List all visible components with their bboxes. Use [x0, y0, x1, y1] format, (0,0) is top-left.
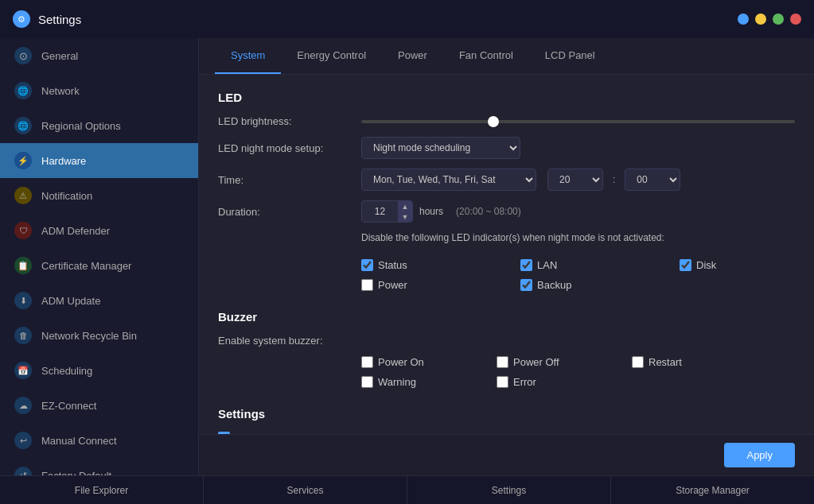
bottom-nav-storage-manager[interactable]: Storage Manager [611, 476, 814, 504]
led-lan-text: LAN [537, 259, 557, 271]
network-recycle-icon: 🗑 [14, 327, 32, 344]
sidebar-item-scheduling[interactable]: 📅 Scheduling [0, 353, 198, 388]
buzzer-error-label[interactable]: Error [497, 376, 624, 388]
minimize-button[interactable] [738, 14, 749, 25]
tab-fan-control[interactable]: Fan Control [443, 38, 529, 74]
time-controls: Mon, Tue, Wed, Thu, Fri, Sat Every Day W… [361, 169, 680, 191]
sidebar-item-notification[interactable]: ⚠ Notification [0, 178, 198, 213]
hours-text: hours [419, 206, 443, 217]
buzzer-restart-label[interactable]: Restart [632, 356, 759, 368]
buzzer-power-on-label[interactable]: Power On [361, 356, 489, 368]
buzzer-power-off-label[interactable]: Power Off [497, 356, 624, 368]
window-controls [738, 14, 801, 25]
sidebar-item-adm-update[interactable]: ⬇ ADM Update [0, 283, 198, 318]
led-power-checkbox[interactable] [361, 279, 373, 291]
led-backup-checkbox[interactable] [520, 279, 532, 291]
night-mode-row: LED night mode setup: Night mode schedul… [218, 137, 795, 159]
led-indicators-grid: Status LAN Disk Power [361, 259, 795, 291]
sidebar-item-certificate[interactable]: 📋 Certificate Manager [0, 248, 198, 283]
hardware-icon: ⚡ [14, 152, 32, 169]
led-backup-text: Backup [537, 279, 571, 291]
content-area: System Energy Control Power Fan Control … [199, 38, 814, 475]
buzzer-error-checkbox[interactable] [497, 376, 508, 388]
led-backup-label[interactable]: Backup [520, 279, 664, 291]
title-bar: ⚙ Settings [0, 0, 814, 38]
led-title: LED [218, 91, 795, 104]
general-icon: ⊙ [14, 47, 32, 64]
led-power-text: Power [378, 279, 407, 291]
close-button[interactable] [790, 14, 801, 25]
certificate-icon: 📋 [14, 257, 32, 274]
tab-system[interactable]: System [215, 38, 281, 74]
apply-button[interactable]: Apply [724, 443, 795, 467]
tab-bar: System Energy Control Power Fan Control … [199, 38, 814, 75]
led-status-checkbox[interactable] [361, 259, 373, 271]
sidebar-label-hardware: Hardware [41, 155, 86, 167]
sidebar-label-network: Network [41, 85, 80, 97]
minute-select[interactable]: 00 15 30 45 [625, 169, 680, 191]
sidebar-label-regional: Regional Options [41, 120, 121, 132]
sidebar-label-network-recycle: Network Recycle Bin [41, 330, 137, 342]
duration-input[interactable] [362, 202, 398, 221]
sidebar-label-factory-default: Factory Default [41, 470, 111, 476]
sidebar-item-hardware[interactable]: ⚡ Hardware [0, 143, 198, 178]
brightness-label: LED brightness: [218, 115, 361, 127]
led-disk-label[interactable]: Disk [680, 259, 814, 271]
buzzer-title: Buzzer [218, 310, 795, 324]
led-disk-text: Disk [696, 259, 716, 271]
main-layout: ⊙ General 🌐 Network 🌐 Regional Options ⚡… [0, 38, 814, 475]
buzzer-warning-checkbox[interactable] [361, 376, 373, 388]
bottom-nav-settings[interactable]: Settings [407, 476, 611, 504]
buzzer-power-on-checkbox[interactable] [361, 356, 373, 368]
hour-select[interactable]: 20 21 22 [547, 169, 603, 191]
buzzer-restart-checkbox[interactable] [632, 356, 644, 368]
tab-lcd-panel[interactable]: LCD Panel [529, 38, 611, 74]
sidebar-item-adm-defender[interactable]: 🛡 ADM Defender [0, 213, 198, 248]
sidebar-item-ez-connect[interactable]: ☁ EZ-Connect [0, 388, 198, 423]
tab-power[interactable]: Power [382, 38, 443, 74]
buzzer-warning-label[interactable]: Warning [361, 376, 489, 388]
ez-connect-icon: ☁ [14, 397, 32, 414]
led-status-text: Status [378, 259, 407, 271]
spinner-up[interactable]: ▲ [398, 201, 412, 211]
led-lan-checkbox[interactable] [520, 259, 532, 271]
buzzer-power-off-checkbox[interactable] [497, 356, 508, 368]
buzzer-options-grid: Power On Power Off Restart Warning [361, 356, 795, 388]
time-row: Time: Mon, Tue, Wed, Thu, Fri, Sat Every… [218, 169, 795, 191]
sidebar-item-manual-connect[interactable]: ↩ Manual Connect [0, 423, 198, 458]
brightness-slider[interactable] [361, 120, 795, 123]
sidebar-label-adm-update: ADM Update [41, 295, 100, 307]
time-schedule-select[interactable]: Mon, Tue, Wed, Thu, Fri, Sat Every Day W… [361, 169, 536, 191]
buzzer-power-on-text: Power On [378, 356, 424, 368]
led-disk-checkbox[interactable] [680, 259, 691, 271]
spinner-down[interactable]: ▼ [398, 211, 412, 222]
bottom-nav-file-explorer[interactable]: File Explorer [0, 476, 204, 504]
sidebar-item-network-recycle[interactable]: 🗑 Network Recycle Bin [0, 318, 198, 353]
colon-separator: : [613, 174, 615, 185]
sidebar-item-general[interactable]: ⊙ General [0, 38, 198, 73]
duration-label: Duration: [218, 206, 361, 218]
range-text: (20:00 ~ 08:00) [456, 206, 521, 217]
night-mode-select[interactable]: Night mode scheduling Disabled Always on… [361, 137, 520, 159]
led-lan-label[interactable]: LAN [520, 259, 664, 271]
manual-connect-icon: ↩ [14, 432, 32, 449]
factory-default-icon: ↺ [14, 467, 32, 475]
sidebar-item-factory-default[interactable]: ↺ Factory Default [0, 458, 198, 475]
led-status-label[interactable]: Status [361, 259, 504, 271]
bottom-nav-services[interactable]: Services [204, 476, 407, 504]
time-label: Time: [218, 174, 361, 186]
sidebar-item-network[interactable]: 🌐 Network [0, 73, 198, 108]
buzzer-power-off-text: Power Off [513, 356, 559, 368]
duration-spinner: ▲ ▼ [361, 200, 413, 223]
brightness-slider-container [361, 120, 795, 123]
adm-defender-icon: 🛡 [14, 222, 32, 239]
maximize-button[interactable] [755, 14, 766, 25]
buzzer-row: Enable system buzzer: [218, 335, 795, 347]
app-title: Settings [38, 13, 81, 26]
led-power-label[interactable]: Power [361, 279, 504, 291]
sidebar-item-regional[interactable]: 🌐 Regional Options [0, 108, 198, 143]
tab-energy-control[interactable]: Energy Control [281, 38, 382, 74]
sidebar-label-manual-connect: Manual Connect [41, 435, 117, 447]
zoom-button[interactable] [773, 14, 784, 25]
sidebar-label-scheduling: Scheduling [41, 365, 92, 377]
